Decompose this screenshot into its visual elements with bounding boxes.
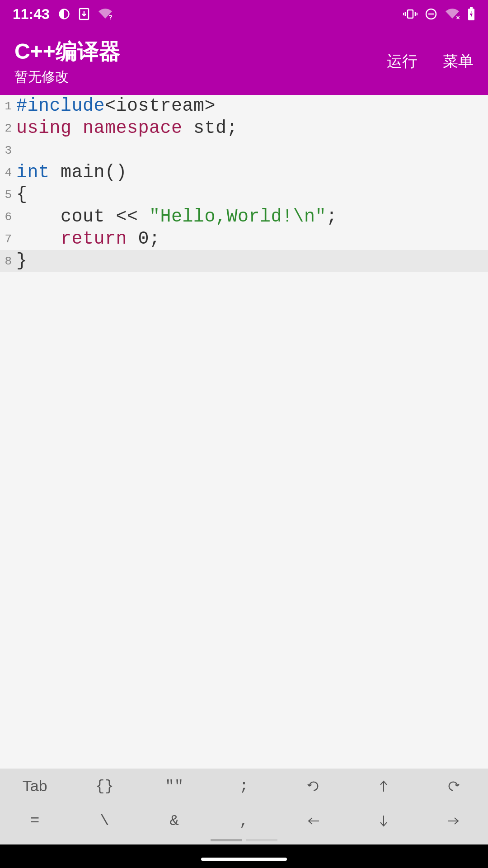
line-number: 5 <box>0 188 16 202</box>
indicator-active <box>211 839 242 841</box>
download-icon <box>79 8 89 20</box>
line-content: #include<iostream> <box>16 96 216 116</box>
status-time: 11:43 <box>13 6 50 23</box>
key-arrow-down[interactable] <box>348 803 418 838</box>
key-quotes[interactable]: "" <box>140 769 209 803</box>
indicator-inactive <box>246 839 277 841</box>
line-number: 2 <box>0 122 16 135</box>
code-line[interactable]: 5{ <box>0 184 488 206</box>
code-line[interactable]: 7 return 0; <box>0 228 488 250</box>
code-line[interactable]: 8} <box>0 250 488 272</box>
line-number: 1 <box>0 99 16 113</box>
line-content: return 0; <box>16 229 160 249</box>
svg-text:?: ? <box>108 14 113 20</box>
svg-rect-12 <box>470 7 473 9</box>
key-redo[interactable] <box>418 769 488 803</box>
status-right: ✕ <box>403 7 475 21</box>
keyboard-row-2: = \ & , <box>0 803 488 838</box>
key-tab[interactable]: Tab <box>0 769 70 803</box>
menu-button[interactable]: 菜单 <box>443 51 474 72</box>
key-arrow-right[interactable] <box>418 803 488 838</box>
key-semicolon[interactable]: ; <box>209 769 279 803</box>
app-title: C++编译器 <box>14 37 121 66</box>
line-content: cout << "Hello,World!\n"; <box>16 207 338 227</box>
status-bar: 11:43 ? ✕ <box>0 0 488 28</box>
line-number: 6 <box>0 210 16 224</box>
vibrate-icon <box>403 9 418 19</box>
line-number: 8 <box>0 255 16 268</box>
battery-icon <box>467 7 475 21</box>
header-actions: 运行 菜单 <box>387 51 474 72</box>
code-line[interactable]: 1#include<iostream> <box>0 95 488 117</box>
key-comma[interactable]: , <box>209 803 279 838</box>
key-arrow-up[interactable] <box>348 769 418 803</box>
nav-bar <box>0 844 488 868</box>
status-left: 11:43 ? <box>13 6 113 23</box>
dnd-icon <box>425 8 437 20</box>
keyboard-indicator <box>0 838 488 844</box>
code-editor[interactable]: 1#include<iostream>2using namespace std;… <box>0 95 488 769</box>
line-content: } <box>16 251 28 271</box>
line-content: { <box>16 184 28 205</box>
code-line[interactable]: 3 <box>0 139 488 161</box>
wifi-error-icon: ✕ <box>445 8 460 20</box>
line-number: 7 <box>0 232 16 246</box>
line-content: int main() <box>16 162 127 183</box>
run-button[interactable]: 运行 <box>387 51 418 72</box>
line-number: 3 <box>0 144 16 157</box>
keyboard-row-1: Tab {} "" ; <box>0 769 488 803</box>
notification-icon <box>58 8 70 20</box>
code-line[interactable]: 2using namespace std; <box>0 117 488 139</box>
code-line[interactable]: 4int main() <box>0 161 488 184</box>
line-number: 4 <box>0 166 16 179</box>
header-title-block: C++编译器 暂无修改 <box>14 37 121 86</box>
nav-home-pill[interactable] <box>201 858 287 861</box>
line-content: using namespace std; <box>16 118 238 138</box>
key-equals[interactable]: = <box>0 803 70 838</box>
key-arrow-left[interactable] <box>279 803 348 838</box>
wifi-question-icon: ? <box>98 8 113 20</box>
code-line[interactable]: 6 cout << "Hello,World!\n"; <box>0 206 488 228</box>
key-braces[interactable]: {} <box>70 769 139 803</box>
key-backslash[interactable]: \ <box>70 803 139 838</box>
key-undo[interactable] <box>279 769 348 803</box>
key-ampersand[interactable]: & <box>140 803 209 838</box>
svg-rect-3 <box>408 10 413 18</box>
app-header: C++编译器 暂无修改 运行 菜单 <box>0 28 488 95</box>
svg-text:✕: ✕ <box>456 15 460 20</box>
app-subtitle: 暂无修改 <box>14 68 121 86</box>
